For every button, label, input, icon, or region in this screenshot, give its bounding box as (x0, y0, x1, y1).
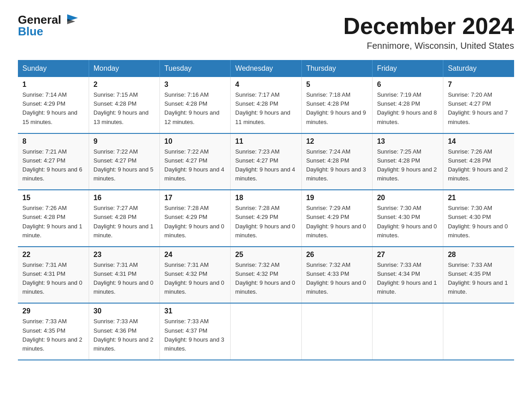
day-info: Sunrise: 7:32 AMSunset: 4:32 PMDaylight:… (235, 261, 295, 295)
day-info: Sunrise: 7:28 AMSunset: 4:29 PMDaylight:… (235, 205, 295, 238)
calendar-day-cell: 18 Sunrise: 7:28 AMSunset: 4:29 PMDaylig… (231, 190, 301, 247)
day-info: Sunrise: 7:23 AMSunset: 4:27 PMDaylight:… (235, 148, 295, 182)
weekday-header-friday: Friday (372, 60, 443, 77)
calendar-day-cell: 25 Sunrise: 7:32 AMSunset: 4:32 PMDaylig… (231, 247, 301, 304)
weekday-header-tuesday: Tuesday (160, 60, 231, 77)
day-number: 17 (164, 194, 226, 202)
day-number: 16 (94, 194, 155, 202)
day-info: Sunrise: 7:26 AMSunset: 4:28 PMDaylight:… (448, 148, 508, 182)
day-info: Sunrise: 7:22 AMSunset: 4:27 PMDaylight:… (164, 148, 224, 182)
calendar-day-cell: 1 Sunrise: 7:14 AMSunset: 4:29 PMDayligh… (18, 77, 89, 133)
calendar-header: SundayMondayTuesdayWednesdayThursdayFrid… (18, 60, 514, 77)
day-number: 12 (306, 137, 368, 146)
calendar-day-cell: 21 Sunrise: 7:30 AMSunset: 4:30 PMDaylig… (443, 190, 514, 247)
day-number: 24 (164, 251, 226, 259)
day-number: 28 (448, 251, 510, 259)
weekday-header-thursday: Thursday (301, 60, 372, 77)
calendar-day-cell: 7 Sunrise: 7:20 AMSunset: 4:27 PMDayligh… (443, 77, 514, 133)
calendar-week-row: 8 Sunrise: 7:21 AMSunset: 4:27 PMDayligh… (18, 133, 514, 190)
day-number: 27 (377, 251, 438, 259)
calendar-day-cell: 10 Sunrise: 7:22 AMSunset: 4:27 PMDaylig… (160, 133, 231, 190)
logo-flag-icon (65, 14, 80, 27)
day-number: 20 (377, 194, 438, 202)
calendar-table: SundayMondayTuesdayWednesdayThursdayFrid… (18, 60, 514, 360)
calendar-day-cell: 23 Sunrise: 7:31 AMSunset: 4:31 PMDaylig… (89, 247, 159, 304)
day-info: Sunrise: 7:16 AMSunset: 4:28 PMDaylight:… (164, 91, 219, 125)
day-number: 18 (235, 194, 296, 202)
calendar-week-row: 15 Sunrise: 7:26 AMSunset: 4:28 PMDaylig… (18, 190, 514, 247)
day-number: 15 (22, 194, 84, 202)
calendar-day-cell: 26 Sunrise: 7:32 AMSunset: 4:33 PMDaylig… (301, 247, 372, 304)
day-number: 4 (235, 81, 296, 89)
day-number: 31 (164, 307, 226, 315)
month-title: December 2024 (343, 13, 514, 39)
weekday-header-sunday: Sunday (18, 60, 89, 77)
day-number: 9 (94, 137, 155, 146)
day-info: Sunrise: 7:28 AMSunset: 4:29 PMDaylight:… (164, 205, 224, 238)
day-number: 10 (164, 137, 226, 146)
day-number: 29 (22, 307, 84, 315)
calendar-day-cell: 8 Sunrise: 7:21 AMSunset: 4:27 PMDayligh… (18, 133, 89, 190)
day-number: 6 (377, 81, 438, 89)
calendar-body: 1 Sunrise: 7:14 AMSunset: 4:29 PMDayligh… (18, 77, 514, 360)
calendar-day-cell (231, 303, 301, 360)
day-info: Sunrise: 7:33 AMSunset: 4:37 PMDaylight:… (164, 318, 224, 351)
calendar-day-cell: 11 Sunrise: 7:23 AMSunset: 4:27 PMDaylig… (231, 133, 301, 190)
location: Fennimore, Wisconsin, United States (343, 41, 514, 51)
day-number: 11 (235, 137, 296, 146)
calendar-day-cell: 19 Sunrise: 7:29 AMSunset: 4:29 PMDaylig… (301, 190, 372, 247)
page-header: General Blue December 2024 Fennimore, Wi… (18, 13, 514, 51)
day-info: Sunrise: 7:33 AMSunset: 4:34 PMDaylight:… (377, 261, 437, 295)
day-info: Sunrise: 7:15 AMSunset: 4:28 PMDaylight:… (94, 91, 149, 125)
calendar-day-cell: 28 Sunrise: 7:33 AMSunset: 4:35 PMDaylig… (443, 247, 514, 304)
day-number: 25 (235, 251, 296, 259)
day-info: Sunrise: 7:30 AMSunset: 4:30 PMDaylight:… (448, 205, 508, 238)
calendar-day-cell: 22 Sunrise: 7:31 AMSunset: 4:31 PMDaylig… (18, 247, 89, 304)
day-number: 19 (306, 194, 368, 202)
day-number: 26 (306, 251, 368, 259)
day-info: Sunrise: 7:19 AMSunset: 4:28 PMDaylight:… (377, 91, 437, 125)
day-info: Sunrise: 7:14 AMSunset: 4:29 PMDaylight:… (22, 91, 77, 125)
calendar-week-row: 22 Sunrise: 7:31 AMSunset: 4:31 PMDaylig… (18, 247, 514, 304)
day-info: Sunrise: 7:24 AMSunset: 4:28 PMDaylight:… (306, 148, 366, 182)
calendar-day-cell: 30 Sunrise: 7:33 AMSunset: 4:36 PMDaylig… (89, 303, 159, 360)
day-number: 2 (94, 81, 155, 89)
day-number: 14 (448, 137, 510, 146)
calendar-day-cell: 13 Sunrise: 7:25 AMSunset: 4:28 PMDaylig… (372, 133, 443, 190)
day-info: Sunrise: 7:31 AMSunset: 4:31 PMDaylight:… (22, 261, 82, 295)
day-info: Sunrise: 7:33 AMSunset: 4:36 PMDaylight:… (94, 318, 154, 351)
calendar-day-cell: 9 Sunrise: 7:22 AMSunset: 4:27 PMDayligh… (89, 133, 159, 190)
calendar-day-cell (301, 303, 372, 360)
calendar-day-cell: 3 Sunrise: 7:16 AMSunset: 4:28 PMDayligh… (160, 77, 231, 133)
day-number: 7 (448, 81, 510, 89)
calendar-day-cell: 16 Sunrise: 7:27 AMSunset: 4:28 PMDaylig… (89, 190, 159, 247)
day-info: Sunrise: 7:20 AMSunset: 4:27 PMDaylight:… (448, 91, 508, 125)
day-info: Sunrise: 7:25 AMSunset: 4:28 PMDaylight:… (377, 148, 437, 182)
day-number: 22 (22, 251, 84, 259)
day-info: Sunrise: 7:21 AMSunset: 4:27 PMDaylight:… (22, 148, 82, 182)
calendar-day-cell: 5 Sunrise: 7:18 AMSunset: 4:28 PMDayligh… (301, 77, 372, 133)
day-info: Sunrise: 7:31 AMSunset: 4:31 PMDaylight:… (94, 261, 154, 295)
calendar-day-cell: 17 Sunrise: 7:28 AMSunset: 4:29 PMDaylig… (160, 190, 231, 247)
weekday-header-wednesday: Wednesday (231, 60, 301, 77)
calendar-day-cell: 2 Sunrise: 7:15 AMSunset: 4:28 PMDayligh… (89, 77, 159, 133)
day-number: 3 (164, 81, 226, 89)
day-info: Sunrise: 7:26 AMSunset: 4:28 PMDaylight:… (22, 205, 82, 238)
day-info: Sunrise: 7:18 AMSunset: 4:28 PMDaylight:… (306, 91, 366, 125)
calendar-day-cell (443, 303, 514, 360)
day-info: Sunrise: 7:22 AMSunset: 4:27 PMDaylight:… (94, 148, 154, 182)
day-info: Sunrise: 7:27 AMSunset: 4:28 PMDaylight:… (94, 205, 154, 238)
day-number: 21 (448, 194, 510, 202)
day-number: 23 (94, 251, 155, 259)
day-number: 8 (22, 137, 84, 146)
day-number: 5 (306, 81, 368, 89)
calendar-day-cell (372, 303, 443, 360)
day-number: 30 (94, 307, 155, 315)
calendar-day-cell: 6 Sunrise: 7:19 AMSunset: 4:28 PMDayligh… (372, 77, 443, 133)
calendar-day-cell: 31 Sunrise: 7:33 AMSunset: 4:37 PMDaylig… (160, 303, 231, 360)
weekday-row: SundayMondayTuesdayWednesdayThursdayFrid… (18, 60, 514, 77)
logo-blue: Blue (18, 25, 43, 38)
calendar-week-row: 29 Sunrise: 7:33 AMSunset: 4:35 PMDaylig… (18, 303, 514, 360)
day-info: Sunrise: 7:17 AMSunset: 4:28 PMDaylight:… (235, 91, 290, 125)
day-info: Sunrise: 7:32 AMSunset: 4:33 PMDaylight:… (306, 261, 366, 295)
